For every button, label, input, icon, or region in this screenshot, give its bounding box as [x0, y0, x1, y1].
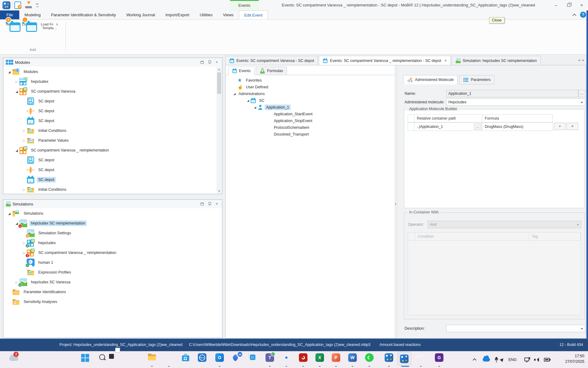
maximize-panel-button[interactable] [199, 201, 205, 207]
whatsapp-button[interactable] [365, 353, 374, 362]
tree-item-sc[interactable]: SC [226, 97, 395, 104]
tree-item-passive-transport[interactable]: SC depot [4, 106, 217, 116]
tree-item-expression-profiles[interactable]: ≋Expression Profiles [4, 267, 222, 277]
maximize-panel-button[interactable] [199, 59, 205, 65]
tree-item-human-1[interactable]: ✓human 1 [4, 258, 222, 267]
modules-scrollbar[interactable]: ▲▼ [217, 67, 222, 194]
tree-item-sim-module-hepcludex[interactable]: ✓hepcludex [4, 238, 222, 248]
tree-item-module-sc-vanessa-reimpl[interactable]: SC compartment Vanessa _ reimplementatio… [4, 145, 217, 155]
tab-formulas[interactable]: Formulas [256, 67, 287, 75]
chrome-button[interactable] [282, 353, 291, 362]
load-from-template-button[interactable]: Load From Template [36, 21, 63, 30]
customize-quick-access-icon[interactable] [35, 3, 40, 7]
tree-item-application-startevent[interactable]: Application_StartEvent [226, 111, 395, 117]
name-browse-button[interactable]: ... [579, 90, 585, 97]
tree-item-parameter-identifications[interactable]: ◎Parameter Identifications [4, 287, 222, 297]
tree-item-sim-module-sc-reimpl[interactable]: !SC compartment Vanessa _ reimplementati… [4, 248, 222, 258]
save-project-icon[interactable] [25, 2, 32, 9]
tree-item-administrations[interactable]: Administrations [226, 90, 395, 97]
onedrive-status-icon[interactable] [9, 356, 18, 361]
tree-item-simulations-root[interactable]: Simulations [4, 209, 222, 218]
mobi-taskbar-button[interactable] [385, 353, 394, 362]
tree-item-event-group-selected[interactable]: SC depot [4, 175, 217, 185]
tree-item-sim-hepcludex-sc-vanessa[interactable]: ✓hepcludex SC Vanessa [4, 277, 222, 287]
tab-parameter-identification[interactable]: Parameter Identification & Sensitivity [46, 10, 121, 19]
language-button[interactable]: ENG [508, 351, 517, 368]
g-app-button[interactable]: G [435, 353, 444, 362]
pksim-button[interactable] [417, 353, 426, 362]
mobi-active-button[interactable] [400, 355, 409, 364]
load-event-button[interactable]: ↓ Load [18, 21, 34, 26]
tab-import-export[interactable]: Import/Export [160, 10, 194, 19]
edge-button[interactable] [164, 353, 174, 362]
tree-item-application-1[interactable]: Application_1 [226, 104, 395, 111]
word-button[interactable]: W [348, 353, 357, 362]
administered-molecule-combo[interactable]: Hepcludex [446, 98, 585, 106]
tree-item-event-group[interactable]: SC depot [4, 116, 217, 126]
new-event-button[interactable]: + New [2, 21, 17, 26]
tab-edit-event[interactable]: Edit Event [239, 10, 268, 19]
restore-button[interactable] [562, 0, 575, 10]
close-panel-button[interactable]: × [214, 201, 220, 207]
pin-panel-button[interactable] [207, 59, 212, 65]
network-tray-button[interactable] [524, 351, 530, 368]
tab-parameters[interactable]: Parameters [459, 75, 495, 84]
tab-working-journal[interactable]: Working Journal [121, 10, 160, 19]
clock[interactable]: 17:50 27/07/2025 [565, 353, 584, 364]
scrollbar-thumb[interactable] [217, 72, 221, 94]
start-button[interactable] [81, 353, 90, 362]
document-tab-events-reimplementation[interactable]: Events: SC compartment Vanessa _ reimple… [319, 56, 450, 65]
tree-item-sensitivity-analyses[interactable]: SSensitivity Analyses [4, 297, 222, 307]
minimize-button[interactable]: – [549, 0, 562, 10]
location-tray-button[interactable] [500, 351, 504, 368]
file-explorer-button[interactable] [148, 353, 157, 362]
search-button[interactable] [98, 353, 107, 362]
add-row-button[interactable]: + [554, 123, 566, 130]
close-tab-icon[interactable]: × [445, 59, 447, 63]
pin-panel-button[interactable] [207, 201, 212, 207]
tree-item-passive-transport[interactable]: SC depot [4, 165, 217, 175]
open-project-icon[interactable]: ↺ [14, 2, 21, 9]
close-button[interactable]: × [575, 0, 588, 10]
scroll-up-icon[interactable]: ▲ [217, 67, 222, 72]
document-tab-simulation[interactable]: Simulation: hepcludex SC reimplementatio… [452, 56, 541, 65]
excel-button[interactable]: X [315, 353, 325, 362]
tree-item-application-stopevent[interactable]: Application_StopEvent [226, 117, 395, 124]
powerpoint-button[interactable]: P [332, 353, 341, 362]
tree-item-initial-conditions[interactable]: ICInitial Conditions [4, 126, 217, 136]
close-panel-button[interactable]: × [214, 59, 220, 65]
tab-scroll-arrows[interactable]: ◂▸ [578, 58, 587, 62]
tree-item-initial-conditions[interactable]: ICInitial Conditions [4, 185, 217, 194]
tab-events[interactable]: Events [228, 67, 254, 75]
formula-cell[interactable]: DrugMass (DrugMass) [482, 122, 553, 131]
mobi-app-icon[interactable] [2, 1, 10, 9]
acrobat-button[interactable] [299, 353, 308, 362]
microsoft-store-button[interactable] [181, 353, 190, 362]
path-browse-button[interactable]: ... [474, 124, 481, 130]
tree-item-protocolschemaitem[interactable]: ProtocolSchemaItem [226, 124, 395, 131]
tree-item-parameter-values[interactable]: PVParameter Values [4, 136, 217, 145]
tree-item-favorites[interactable]: ★Favorites [226, 77, 395, 84]
tree-item-dissolved-transport[interactable]: Dissolved_Transport [226, 131, 395, 138]
tab-views[interactable]: Views [218, 10, 239, 19]
tree-item-modules-root[interactable]: ▦Modules [4, 67, 217, 77]
microphone-tray-button[interactable] [495, 351, 498, 368]
tree-item-simulation-settings[interactable]: ✕Simulation Settings [4, 228, 222, 238]
tab-utilities[interactable]: Utilities [194, 10, 218, 19]
dell-app-button[interactable]: DELL [198, 353, 207, 362]
tree-item-sim-hepcludex-sc-reimpl[interactable]: !hepcludex SC reimplementation [4, 218, 222, 228]
tree-item-module-sc-vanessa[interactable]: SC compartment Vanessa [4, 86, 217, 96]
help-icon[interactable]: ? [580, 12, 586, 18]
battery-tray-button[interactable] [544, 351, 551, 368]
name-field[interactable]: Application_1 [446, 90, 579, 97]
tree-item-module-hepcludex[interactable]: PKSIMhepcludex [4, 77, 217, 86]
collapse-splitter-icon[interactable]: ‹ [395, 201, 396, 206]
volume-tray-button[interactable] [534, 351, 540, 368]
task-view-button[interactable] [115, 353, 124, 362]
outlook-button[interactable]: O [215, 353, 224, 362]
scroll-down-icon[interactable]: ▼ [217, 189, 222, 194]
copilot-button[interactable] [131, 353, 141, 362]
tray-expand-button[interactable] [473, 351, 476, 368]
pane-splitter[interactable]: ‹ [395, 65, 397, 338]
tree-item-spatial-structure[interactable]: SC depot [4, 155, 217, 165]
